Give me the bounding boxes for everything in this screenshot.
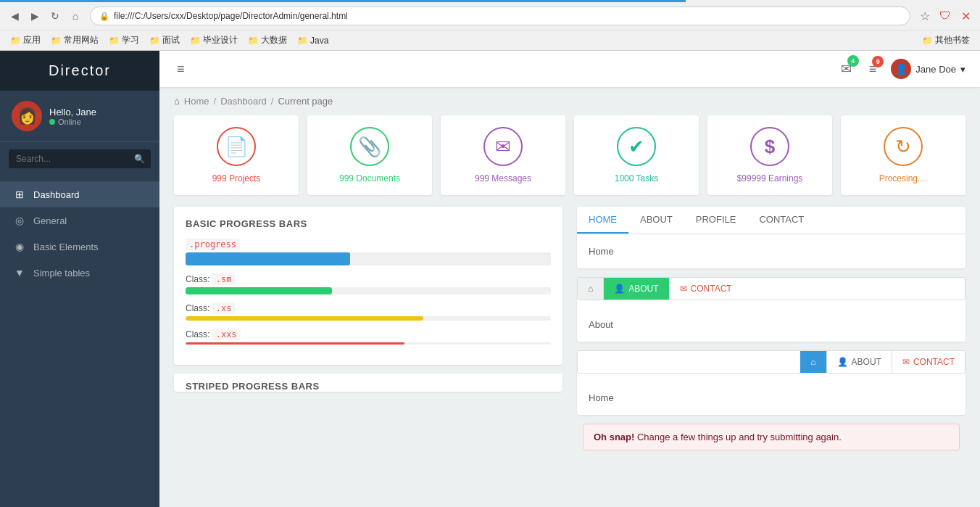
user-status: Online [49,118,96,126]
about-label-3: ABOUT [852,357,881,367]
list-button[interactable]: ≡ 9 [866,59,880,80]
nested-tab-bar-2: ⌂ 👤 ABOUT ✉ CONTACT [577,277,966,300]
processing-label: Procesing.... [850,173,957,184]
bookmark-label: Java [310,36,328,46]
sidebar-brand: Director [0,51,159,91]
tab-profile[interactable]: PROFILE [684,207,748,234]
stats-section: 📄 999 Projects 📎 999 Documents ✉ 999 Mes… [159,115,980,207]
folder-icon: 📁 [248,36,259,46]
bookmark-interview[interactable]: 📁 面试 [145,33,184,48]
stats-grid: 📄 999 Projects 📎 999 Documents ✉ 999 Mes… [174,115,966,195]
tab-content-text-3: Home [589,392,614,403]
tabs-panel-2: ⌂ 👤 ABOUT ✉ CONTACT About [577,277,966,342]
bookmark-label: 应用 [23,34,41,46]
alert-message: Change a few things up and try submittin… [637,432,842,442]
nested-tab-bar-3: ⌂ 👤 ABOUT ✉ CONTACT [577,350,966,374]
tab-home[interactable]: HOME [577,207,628,234]
secure-icon: 🔒 [99,12,109,21]
alert-strong: Oh snap! [594,432,634,442]
progress-label-4: Class: .xxs [186,329,551,339]
nested-tab-about-3[interactable]: 👤 ABOUT [827,351,892,373]
bookmark-label: 其他书签 [935,34,970,46]
brand-title: Director [49,62,111,78]
search-input[interactable] [9,149,151,168]
stat-tasks[interactable]: ✔ 1000 Tasks [574,115,699,195]
sidebar-item-label: Dashboard [33,189,80,200]
bookmark-bigdata[interactable]: 📁 大数据 [244,33,291,48]
mail-icon-3: ✉ [902,357,910,367]
shield-button[interactable]: 🛡 [937,7,954,25]
user-menu[interactable]: 👤 Jane Doe ▾ [891,59,966,79]
tab-contact[interactable]: CONTACT [747,207,815,234]
nested-tab-about-2[interactable]: 👤 ABOUT [604,278,669,300]
refresh-button[interactable]: ↻ [46,7,64,25]
tables-icon: ▼ [13,267,26,279]
stat-messages[interactable]: ✉ 999 Messages [441,115,565,195]
two-col-section: BASIC PROGRESS BARS .progress Class: .sm [159,207,980,468]
nested-tab-home-3[interactable]: ⌂ [800,351,826,373]
progress-track-3 [186,316,551,321]
url-text: file:///C:/Users/cxx/Desktop/page/Direct… [114,11,348,21]
mail-button[interactable]: ✉ 4 [838,58,855,80]
home-icon: ⌂ [174,96,180,107]
star-button[interactable]: ☆ [916,7,934,25]
person-icon-3: 👤 [837,357,848,367]
home-button[interactable]: ⌂ [67,7,84,25]
close-button[interactable]: ✕ [957,7,974,25]
sidebar-item-general[interactable]: ◎ General [0,207,159,234]
sidebar-item-dashboard[interactable]: ⊞ Dashboard [0,181,159,207]
alert-danger: Oh snap! Change a few things up and try … [583,424,960,450]
status-label: Online [58,118,81,126]
progress-track-4 [186,342,551,345]
sidebar-item-simple-tables[interactable]: ▼ Simple tables [0,260,159,286]
url-bar[interactable]: 🔒 file:///C:/Users/cxx/Desktop/page/Dire… [90,7,910,25]
bookmark-thesis[interactable]: 📁 毕业设计 [186,33,242,48]
stat-earnings[interactable]: $ $99999 Earnings [707,115,832,195]
stat-processing[interactable]: ↻ Procesing.... [841,115,966,195]
progress-bar-1 [186,252,350,265]
bookmark-study[interactable]: 📁 学习 [104,33,144,48]
bookmark-apps[interactable]: 📁 应用 [6,33,45,48]
elements-icon: ◉ [13,241,26,252]
processing-icon: ↻ [884,127,923,166]
bookmark-label: 常用网站 [64,34,99,46]
bookmark-common[interactable]: 📁 常用网站 [46,33,103,48]
progress-label-3: Class: .xs [186,303,551,313]
breadcrumb: ⌂ Home / Dashboard / Current page [159,87,980,115]
back-button[interactable]: ◀ [6,7,23,25]
main-content: ≡ ✉ 4 ≡ 9 👤 Jane Doe ▾ ⌂ H [159,51,980,507]
nested-tab-contact-3[interactable]: ✉ CONTACT [892,351,965,373]
stat-documents[interactable]: 📎 999 Documents [307,115,432,195]
sidebar-user: 👩 Hello, Jane Online [0,91,159,142]
tabs-panel-3: ⌂ 👤 ABOUT ✉ CONTACT Home [577,350,966,415]
breadcrumb-dashboard[interactable]: Dashboard [220,96,267,107]
projects-label: 999 Projects [183,173,290,184]
search-icon: 🔍 [134,154,145,164]
sidebar-item-basic-elements[interactable]: ◉ Basic Elements [0,234,159,260]
breadcrumb-home[interactable]: Home [184,96,209,107]
tab-content-text-1: Home [589,246,614,257]
nested-tab-home-2[interactable]: ⌂ [578,278,604,300]
sidebar: Director 👩 Hello, Jane Online 🔍 ⊞ Dashbo… [0,51,159,507]
bookmark-java[interactable]: 📁 Java [293,34,333,47]
search-wrapper: 🔍 [9,149,151,168]
hamburger-button[interactable]: ≡ [174,59,188,80]
striped-panel: STRIPED PROGRESS BARS [174,374,562,392]
progress-bar-2 [186,287,332,294]
stat-projects[interactable]: 📄 999 Projects [174,115,299,195]
nested-tab-contact-2[interactable]: ✉ CONTACT [670,278,742,300]
app-container: Director 👩 Hello, Jane Online 🔍 ⊞ Dashbo… [0,51,980,507]
progress-track-2 [186,287,551,294]
bookmark-other[interactable]: 📁 其他书签 [918,33,974,48]
forward-button[interactable]: ▶ [26,7,43,25]
messages-icon: ✉ [483,127,523,166]
documents-icon: 📎 [350,127,389,166]
progress-code-3: .xs [212,302,236,314]
folder-icon: 📁 [190,36,201,46]
tab-about[interactable]: ABOUT [628,207,684,234]
tab-content-2: About [577,308,966,342]
sidebar-item-label: Simple tables [33,268,90,279]
sidebar-item-label: General [33,215,67,226]
striped-section: STRIPED PROGRESS BARS [174,374,562,392]
sidebar-nav: ⊞ Dashboard ◎ General ◉ Basic Elements ▼… [0,176,159,507]
